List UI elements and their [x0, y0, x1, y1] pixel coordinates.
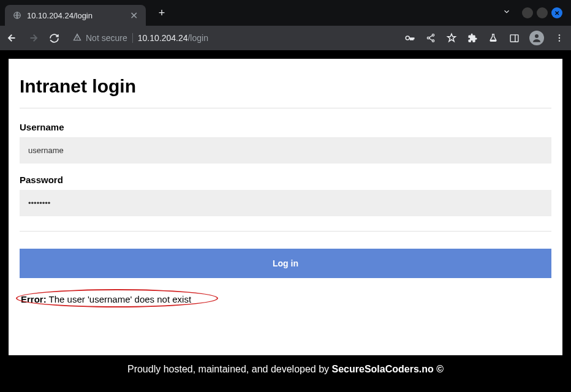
tab-bar: 10.10.204.24/login ✕ +: [0, 0, 571, 26]
username-label: Username: [20, 122, 551, 132]
address-bar[interactable]: Not secure 10.10.204.24/login: [69, 32, 396, 44]
svg-point-9: [559, 37, 560, 39]
window-minimize-button[interactable]: [522, 7, 533, 18]
globe-icon: [12, 10, 22, 20]
svg-rect-5: [510, 34, 518, 41]
url-path: /login: [187, 33, 208, 43]
warning-icon: [72, 32, 82, 44]
svg-point-1: [406, 36, 409, 40]
footer-brand: SecureSolaCoders.no ©: [332, 364, 444, 374]
reload-button[interactable]: [48, 32, 60, 44]
not-secure-label: Not secure: [86, 33, 127, 43]
footer-prefix: Proudly hosted, maintained, and develope…: [127, 364, 332, 374]
page-content: Intranet login Username Password Log in …: [9, 59, 562, 355]
page: Intranet login Username Password Log in …: [9, 59, 562, 383]
profile-avatar[interactable]: [529, 31, 544, 45]
window-close-button[interactable]: [551, 7, 562, 18]
window-controls: [502, 7, 566, 18]
toolbar-right: [404, 31, 565, 45]
share-icon[interactable]: [425, 32, 436, 43]
forward-button[interactable]: [27, 32, 39, 44]
url-host: 10.10.204.24: [138, 33, 188, 43]
password-input[interactable]: [20, 190, 551, 216]
error-detail: The user 'username' does not exist: [47, 294, 191, 304]
svg-point-10: [559, 40, 560, 41]
password-label: Password: [20, 175, 551, 185]
page-footer: Proudly hosted, maintained, and develope…: [9, 355, 562, 383]
divider: [20, 108, 551, 108]
tab-title: 10.10.204.24/login: [27, 11, 124, 20]
labs-icon[interactable]: [488, 32, 499, 43]
error-text: Error: The user 'username' does not exis…: [21, 294, 191, 304]
chevron-down-icon[interactable]: [502, 7, 511, 18]
username-input[interactable]: [20, 137, 551, 164]
extensions-icon[interactable]: [467, 32, 478, 43]
login-button[interactable]: Log in: [20, 249, 551, 278]
key-icon[interactable]: [404, 32, 415, 43]
divider: [132, 33, 133, 43]
svg-point-8: [559, 34, 560, 36]
star-icon[interactable]: [446, 32, 457, 43]
url-text: 10.10.204.24/login: [138, 33, 208, 43]
tab-close-icon[interactable]: ✕: [129, 10, 138, 21]
error-message-highlight: Error: The user 'username' does not exis…: [20, 292, 197, 307]
page-title: Intranet login: [20, 76, 551, 97]
back-button[interactable]: [6, 32, 18, 44]
new-tab-button[interactable]: +: [153, 4, 170, 21]
security-indicator[interactable]: Not secure: [72, 32, 127, 44]
window-maximize-button[interactable]: [537, 7, 548, 18]
browser-chrome: 10.10.204.24/login ✕ + N: [0, 0, 571, 50]
svg-point-7: [535, 34, 539, 38]
browser-toolbar: Not secure 10.10.204.24/login: [0, 26, 571, 50]
viewport: Intranet login Username Password Log in …: [0, 50, 571, 392]
divider: [20, 231, 551, 232]
error-label: Error:: [21, 294, 47, 304]
panel-icon[interactable]: [509, 32, 520, 43]
menu-icon[interactable]: [554, 32, 565, 43]
browser-tab[interactable]: 10.10.204.24/login ✕: [5, 5, 146, 26]
